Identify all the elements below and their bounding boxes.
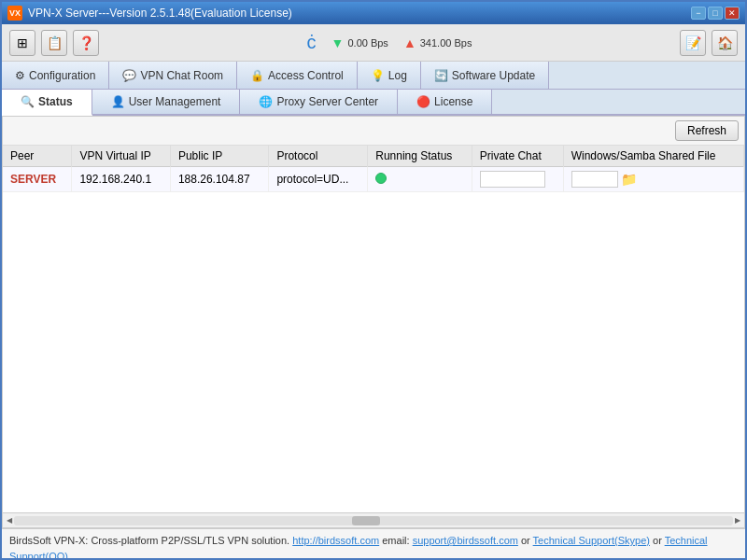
log-icon: 💡 xyxy=(371,69,385,82)
tab-log[interactable]: 💡 Log xyxy=(358,62,421,89)
table-row: SERVER 192.168.240.1 188.26.104.87 proto… xyxy=(3,167,744,192)
scroll-left-button[interactable]: ◀ xyxy=(5,514,14,526)
tab-access-control[interactable]: 🔒 Access Control xyxy=(237,62,358,89)
email-link[interactable]: support@birdssoft.com xyxy=(413,535,518,546)
vpn-logo: ċ xyxy=(307,32,317,53)
refresh-button[interactable]: Refresh xyxy=(675,120,739,141)
status-bar: BirdsSoft VPN-X: Cross-platform P2P/SSL/… xyxy=(2,528,745,560)
license-icon: 🔴 xyxy=(416,95,430,108)
scrollbar-track[interactable] xyxy=(14,516,733,525)
status-icon: 🔍 xyxy=(21,95,35,108)
clipboard-button[interactable]: 📋 xyxy=(41,30,67,56)
user-management-label: User Management xyxy=(129,95,221,108)
tab-vpn-chat-room[interactable]: 💬 VPN Chat Room xyxy=(109,62,237,89)
status-text: BirdsSoft VPN-X: Cross-platform P2P/SSL/… xyxy=(9,535,289,546)
email-label: email: xyxy=(382,535,409,546)
access-control-label: Access Control xyxy=(268,69,344,82)
maximize-button[interactable]: □ xyxy=(708,7,723,20)
download-arrow-icon: ▼ xyxy=(331,35,345,50)
cell-running-status xyxy=(368,167,472,192)
table-header-row: Peer VPN Virtual IP Public IP Protocol R… xyxy=(3,146,744,167)
title-bar-left: VX VPN-X Server---Version 2.5.1.48(Evalu… xyxy=(7,6,292,21)
window-title: VPN-X Server---Version 2.5.1.48(Evaluati… xyxy=(28,7,292,20)
close-button[interactable]: ✕ xyxy=(725,7,740,20)
toolbar-center: ċ ▼ 0.00 Bps ▲ 341.00 Bps xyxy=(105,32,674,53)
download-speed: ▼ 0.00 Bps xyxy=(331,35,388,50)
sub-nav-tabs: 🔍 Status 👤 User Management 🌐 Proxy Serve… xyxy=(2,90,745,116)
main-nav-tabs: ⚙ Configuration 💬 VPN Chat Room 🔒 Access… xyxy=(2,62,745,90)
upload-arrow-icon: ▲ xyxy=(403,35,416,50)
cell-private-chat xyxy=(472,167,563,192)
samba-shared-input[interactable] xyxy=(571,171,618,188)
col-public-ip: Public IP xyxy=(170,146,269,167)
tab-proxy-server-center[interactable]: 🌐 Proxy Server Center xyxy=(240,90,398,114)
col-peer: Peer xyxy=(3,146,72,167)
toolbar-left: ⊞ 📋 ❓ xyxy=(9,30,99,56)
upload-speed: ▲ 341.00 Bps xyxy=(403,35,472,50)
tab-configuration[interactable]: ⚙ Configuration xyxy=(2,62,109,89)
lock-icon: 🔒 xyxy=(250,69,264,82)
cell-peer: SERVER xyxy=(3,167,72,192)
home-button[interactable]: 🏠 xyxy=(712,30,738,56)
folder-icon[interactable]: 📁 xyxy=(621,172,637,187)
upload-speed-value: 341.00 Bps xyxy=(420,37,472,49)
col-vpn-virtual-ip: VPN Virtual IP xyxy=(72,146,171,167)
grid-button[interactable]: ⊞ xyxy=(9,30,35,56)
status-online-dot xyxy=(375,173,387,184)
col-samba-shared: Windows/Samba Shared File xyxy=(563,146,743,167)
private-chat-input[interactable] xyxy=(480,171,545,188)
col-running-status: Running Status xyxy=(368,146,472,167)
cell-protocol: protocol=UD... xyxy=(269,167,368,192)
table-scroll-area[interactable]: Peer VPN Virtual IP Public IP Protocol R… xyxy=(3,146,744,512)
chat-label: VPN Chat Room xyxy=(140,69,223,82)
proxy-label: Proxy Server Center xyxy=(276,95,378,108)
tab-status[interactable]: 🔍 Status xyxy=(2,90,92,116)
scroll-right-button[interactable]: ▶ xyxy=(733,514,742,526)
skype-support-link[interactable]: Technical Support(Skype) xyxy=(533,535,650,546)
license-label: License xyxy=(434,95,472,108)
proxy-icon: 🌐 xyxy=(259,95,273,108)
config-label: Configuration xyxy=(29,69,95,82)
software-update-label: Software Update xyxy=(452,69,535,82)
log-label: Log xyxy=(388,69,407,82)
config-icon: ⚙ xyxy=(15,69,25,82)
download-speed-value: 0.00 Bps xyxy=(347,37,388,49)
tab-license[interactable]: 🔴 License xyxy=(398,90,492,114)
notes-button[interactable]: 📝 xyxy=(680,30,706,56)
or2-text: or xyxy=(653,535,665,546)
cell-vpn-virtual-ip: 192.168.240.1 xyxy=(72,167,171,192)
cell-samba-shared: 📁 xyxy=(563,167,743,192)
main-content-area: Refresh Peer VPN Virtual IP Public IP Pr… xyxy=(2,116,745,528)
update-icon: 🔄 xyxy=(434,69,448,82)
status-label: Status xyxy=(38,95,73,108)
or1-text: or xyxy=(521,535,533,546)
minimize-button[interactable]: − xyxy=(691,7,706,20)
window-controls: − □ ✕ xyxy=(691,7,740,20)
title-bar: VX VPN-X Server---Version 2.5.1.48(Evalu… xyxy=(2,2,745,24)
content-panel: Refresh Peer VPN Virtual IP Public IP Pr… xyxy=(2,116,745,528)
toolbar: ⊞ 📋 ❓ ċ ▼ 0.00 Bps ▲ 341.00 Bps 📝 🏠 xyxy=(2,24,745,62)
tab-user-management[interactable]: 👤 User Management xyxy=(92,90,241,114)
connections-table: Peer VPN Virtual IP Public IP Protocol R… xyxy=(3,146,744,192)
col-private-chat: Private Chat xyxy=(472,146,563,167)
horizontal-scrollbar[interactable]: ◀ ▶ xyxy=(3,512,744,527)
toolbar-right: 📝 🏠 xyxy=(680,30,738,56)
help-button[interactable]: ❓ xyxy=(73,30,99,56)
cell-public-ip: 188.26.104.87 xyxy=(170,167,269,192)
scrollbar-thumb[interactable] xyxy=(352,516,380,525)
col-protocol: Protocol xyxy=(269,146,368,167)
chat-icon: 💬 xyxy=(122,69,136,82)
content-toolbar: Refresh xyxy=(3,117,744,146)
peer-name-value: SERVER xyxy=(10,173,56,186)
user-icon: 👤 xyxy=(111,95,125,108)
tab-software-update[interactable]: 🔄 Software Update xyxy=(421,62,549,89)
app-icon: VX xyxy=(7,6,22,21)
website-link[interactable]: http://birdssoft.com xyxy=(292,535,379,546)
